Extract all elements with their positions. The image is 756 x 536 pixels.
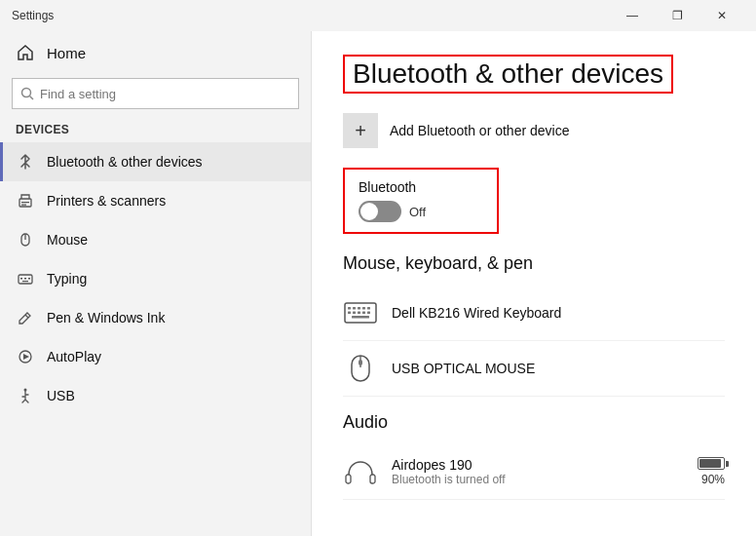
svg-rect-26 xyxy=(352,316,369,319)
typing-icon xyxy=(16,269,35,288)
sidebar-section-label: Devices xyxy=(0,119,311,142)
app-title: Settings xyxy=(12,9,54,22)
device-info-mouse: USB OPTICAL MOUSE xyxy=(392,361,725,376)
sidebar: Home Devices Bluetooth & other devices xyxy=(0,31,312,536)
printer-icon xyxy=(16,191,35,211)
svg-rect-31 xyxy=(370,475,375,483)
svg-rect-10 xyxy=(28,278,30,280)
sidebar-item-pen-label: Pen & Windows Ink xyxy=(47,310,165,325)
svg-rect-30 xyxy=(346,475,351,483)
sidebar-item-pen[interactable]: Pen & Windows Ink xyxy=(0,298,311,337)
sidebar-item-typing-label: Typing xyxy=(47,271,87,287)
sidebar-item-autoplay-label: AutoPlay xyxy=(47,349,101,364)
bluetooth-toggle-row: Off xyxy=(359,201,483,222)
bluetooth-state: Off xyxy=(409,205,426,219)
section-title-audio: Audio xyxy=(343,412,725,433)
section-mouse-keyboard-pen: Mouse, keyboard, & pen xyxy=(343,253,725,397)
battery-fill xyxy=(699,459,721,468)
sidebar-item-autoplay[interactable]: AutoPlay xyxy=(0,337,311,376)
headphones-icon xyxy=(343,454,378,489)
bluetooth-toggle[interactable] xyxy=(359,201,401,222)
sidebar-item-usb-label: USB xyxy=(47,388,75,403)
bluetooth-icon xyxy=(16,152,35,172)
sidebar-item-usb[interactable]: USB xyxy=(0,376,311,415)
minimize-button[interactable]: — xyxy=(610,0,655,31)
sidebar-item-home[interactable]: Home xyxy=(0,31,311,74)
mouse-device-icon xyxy=(343,351,378,386)
device-info-airdopes: Airdopes 190 Bluetooth is turned off xyxy=(392,457,684,486)
sidebar-item-mouse[interactable]: Mouse xyxy=(0,220,311,259)
battery-percent: 90% xyxy=(701,473,725,486)
svg-rect-24 xyxy=(362,312,365,315)
bluetooth-toggle-box: Bluetooth Off xyxy=(343,168,499,234)
device-name-airdopes: Airdopes 190 xyxy=(392,457,684,473)
svg-rect-25 xyxy=(367,312,370,315)
device-status-airdopes: Bluetooth is turned off xyxy=(392,473,684,486)
close-button[interactable]: ✕ xyxy=(699,0,744,31)
section-title-mkp: Mouse, keyboard, & pen xyxy=(343,253,725,274)
mouse-icon xyxy=(16,230,35,249)
device-row-keyboard: Dell KB216 Wired Keyboard xyxy=(343,286,725,341)
main-content: Bluetooth & other devices + Add Bluetoot… xyxy=(312,31,756,536)
autoplay-icon xyxy=(16,347,35,366)
search-input[interactable] xyxy=(40,87,290,101)
svg-rect-17 xyxy=(353,307,356,310)
app-body: Home Devices Bluetooth & other devices xyxy=(0,31,756,536)
toggle-knob xyxy=(360,203,378,220)
sidebar-item-bluetooth[interactable]: Bluetooth & other devices xyxy=(0,142,311,181)
svg-rect-8 xyxy=(20,278,22,280)
device-row-airdopes: Airdopes 190 Bluetooth is turned off 90% xyxy=(343,444,725,500)
home-label: Home xyxy=(47,45,86,61)
svg-rect-20 xyxy=(367,307,370,310)
svg-rect-22 xyxy=(353,312,356,315)
keyboard-icon xyxy=(343,295,378,330)
search-icon xyxy=(20,87,34,100)
svg-rect-11 xyxy=(22,281,28,282)
svg-rect-3 xyxy=(21,202,29,203)
bluetooth-label: Bluetooth xyxy=(359,179,483,195)
device-info-keyboard: Dell KB216 Wired Keyboard xyxy=(392,305,725,321)
svg-rect-16 xyxy=(348,307,351,310)
svg-point-14 xyxy=(24,389,27,392)
battery-bar xyxy=(698,457,725,470)
pen-icon xyxy=(16,308,35,327)
device-row-mouse: USB OPTICAL MOUSE xyxy=(343,341,725,397)
add-device-label: Add Bluetooth or other device xyxy=(390,123,569,138)
add-device-button[interactable]: + xyxy=(343,113,378,148)
svg-rect-23 xyxy=(358,312,360,315)
svg-rect-9 xyxy=(24,278,26,280)
svg-rect-19 xyxy=(362,307,365,310)
device-battery-airdopes: 90% xyxy=(698,457,725,486)
svg-rect-21 xyxy=(348,312,351,315)
page-title: Bluetooth & other devices xyxy=(343,55,673,94)
sidebar-item-mouse-label: Mouse xyxy=(47,232,88,248)
maximize-button[interactable]: ❐ xyxy=(655,0,699,31)
usb-icon xyxy=(16,386,35,405)
add-device-row[interactable]: + Add Bluetooth or other device xyxy=(343,113,725,148)
sidebar-item-printers[interactable]: Printers & scanners xyxy=(0,181,311,220)
svg-point-0 xyxy=(22,89,31,97)
device-name-mouse: USB OPTICAL MOUSE xyxy=(392,361,725,376)
search-box[interactable] xyxy=(12,78,299,109)
sidebar-item-printers-label: Printers & scanners xyxy=(47,193,166,209)
svg-line-1 xyxy=(30,96,34,100)
svg-marker-13 xyxy=(23,354,29,360)
title-bar: Settings — ❐ ✕ xyxy=(0,0,756,31)
sidebar-item-typing[interactable]: Typing xyxy=(0,259,311,298)
svg-rect-4 xyxy=(21,205,26,206)
home-icon xyxy=(16,43,35,62)
device-name-keyboard: Dell KB216 Wired Keyboard xyxy=(392,305,725,321)
svg-rect-29 xyxy=(359,360,362,365)
section-audio: Audio Airdopes 190 Bluetooth is turned o… xyxy=(343,412,725,500)
svg-rect-18 xyxy=(358,307,360,310)
sidebar-item-bluetooth-label: Bluetooth & other devices xyxy=(47,154,203,170)
window-controls: — ❐ ✕ xyxy=(610,0,744,31)
